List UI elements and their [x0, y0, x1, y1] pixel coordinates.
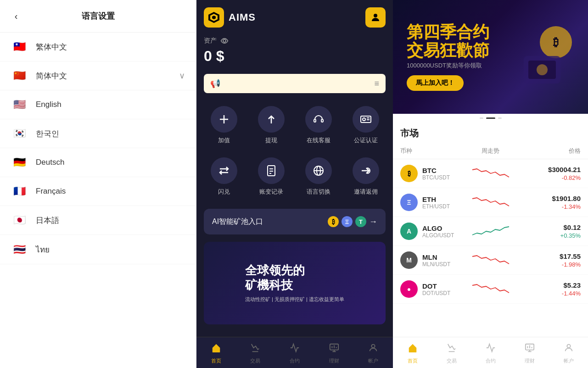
- middle-nav-account[interactable]: 帐户: [353, 341, 393, 366]
- coin-change-btc: -0.82%: [521, 174, 581, 181]
- right-nav-trade[interactable]: 交易: [432, 341, 471, 366]
- flag-en: 🇺🇸: [11, 99, 28, 111]
- announcement-bar[interactable]: 📢 ≡: [204, 74, 386, 93]
- coin-price-eth: $1901.80: [521, 195, 581, 202]
- action-flash[interactable]: 闪兑: [200, 154, 247, 200]
- coin-symbol-mln: MLN: [422, 253, 450, 261]
- market-row-mln[interactable]: M MLN MLN/USDT $17.55 -1.98%: [393, 246, 588, 275]
- coin-change-dot: -1.44%: [521, 290, 581, 297]
- market-row-algo[interactable]: A ALGO ALGO/USDT $0.12 +0.35%: [393, 217, 588, 246]
- market-table-header: 币种 周走势 价格: [393, 143, 588, 159]
- middle-nav-finance[interactable]: 理财: [314, 341, 354, 366]
- lang-item-ja[interactable]: 🇯🇵 日本語: [0, 206, 196, 235]
- svg-point-33: [537, 64, 548, 75]
- promo-text-line1: 全球领先的: [245, 263, 344, 278]
- action-label-kyc: 公证认证: [354, 136, 378, 145]
- coin-info-dot: ● DOT DOT/USDT: [400, 280, 460, 298]
- mining-text: AI智能矿池入口: [212, 217, 263, 227]
- svg-point-3: [374, 14, 377, 17]
- coin-price-col-dot: $5.23 -1.44%: [521, 281, 581, 297]
- dot-3: [498, 117, 502, 119]
- right-nav-contract[interactable]: 合约: [471, 341, 510, 366]
- action-withdraw[interactable]: 提现: [247, 102, 295, 148]
- sparkline-mln: [460, 252, 521, 268]
- right-nav-label-trade: 交易: [447, 357, 457, 364]
- right-nav-finance[interactable]: 理财: [510, 341, 549, 366]
- coin-symbol-btc: BTC: [422, 167, 450, 174]
- lang-item-en[interactable]: 🇺🇸 English: [0, 90, 196, 119]
- right-nav-icon-account: [564, 343, 574, 356]
- nav-icon-account: [368, 343, 378, 356]
- action-label-flash: 闪兑: [218, 188, 230, 196]
- sparkline-btc: [460, 165, 521, 182]
- market-row-eth[interactable]: Ξ ETH ETH/USDT $1901.80 -1.34%: [393, 188, 588, 217]
- action-kyc[interactable]: 公证认证: [342, 102, 389, 148]
- market-title: 市场: [393, 121, 588, 143]
- lang-settings-title: 语言设置: [82, 11, 115, 22]
- usdt-badge: T: [355, 216, 366, 227]
- coin-change-mln: -1.98%: [521, 261, 581, 268]
- lang-item-cn[interactable]: 🇨🇳 简体中文 ∨: [0, 61, 196, 90]
- lang-item-tw[interactable]: 🇹🇼 繁体中文: [0, 33, 196, 61]
- action-icon-deposit: [211, 106, 237, 133]
- right-nav-account[interactable]: 帐户: [549, 341, 588, 366]
- action-label-invite: 邀请返佣: [354, 188, 378, 196]
- flag-ko: 🇰🇷: [11, 128, 28, 139]
- promo-top-banner: 第四季合约 交易狂歡節 1000000USDT奖励等你领取 馬上加入吧！ ₿: [393, 0, 588, 114]
- sparkline-eth: [460, 194, 521, 211]
- action-records[interactable]: 账变记录: [247, 154, 295, 200]
- coin-info-algo: A ALGO ALGO/USDT: [400, 223, 460, 240]
- lang-name-fr: Français: [36, 187, 66, 196]
- action-icon-records: [258, 157, 285, 184]
- action-label-language: 语言切换: [307, 188, 330, 196]
- action-language[interactable]: 语言切换: [295, 154, 342, 200]
- sparkline-dot: [460, 281, 521, 297]
- svg-point-4: [223, 39, 226, 42]
- flag-tw: 🇹🇼: [11, 41, 28, 53]
- market-row-btc[interactable]: ₿ BTC BTC/USDT $30004.21 -0.82%: [393, 159, 588, 188]
- assets-label: 资产: [204, 37, 386, 45]
- right-nav-icon-home: [408, 343, 418, 356]
- coin-info-mln: M MLN MLN/USDT: [400, 251, 460, 269]
- middle-nav-trade[interactable]: 交易: [236, 341, 275, 366]
- nav-icon-contract: [290, 343, 300, 356]
- lang-item-ko[interactable]: 🇰🇷 한국인: [0, 119, 196, 148]
- promo-text-line2: 矿機科技: [245, 278, 344, 292]
- back-button[interactable]: ‹: [9, 9, 23, 23]
- lang-item-fr[interactable]: 🇫🇷 Français: [0, 177, 196, 206]
- right-nav-label-home: 首页: [408, 357, 418, 364]
- promo-reward-text: 1000000USDT奖励等你领取: [407, 61, 489, 70]
- nav-label-contract: 合约: [290, 357, 300, 364]
- btc-badge: ₿: [328, 216, 339, 227]
- coin-names-eth: ETH ETH/USDT: [422, 195, 450, 210]
- action-invite[interactable]: 邀请返佣: [342, 154, 389, 200]
- coin-change-algo: +0.35%: [521, 232, 581, 239]
- middle-nav-contract[interactable]: 合约: [275, 341, 314, 366]
- mining-banner[interactable]: AI智能矿池入口 ₿ Ξ T →: [204, 209, 386, 234]
- lang-item-th[interactable]: 🇹🇭 ไทย: [0, 235, 196, 264]
- coin-symbol-algo: ALGO: [422, 224, 454, 232]
- action-icon-kyc: [353, 106, 379, 133]
- profile-button[interactable]: [365, 7, 386, 28]
- coin-pair-eth: ETH/USDT: [422, 203, 450, 210]
- svg-text:₿: ₿: [553, 36, 559, 48]
- dot-2-active: [486, 117, 495, 119]
- market-row-dot[interactable]: ● DOT DOT/USDT $5.23 -1.44%: [393, 275, 588, 304]
- nav-icon-home: [211, 343, 221, 356]
- promo-title-line1: 第四季合约: [407, 23, 489, 41]
- lang-item-de[interactable]: 🇩🇪 Deutsch: [0, 148, 196, 177]
- coin-symbol-dot: DOT: [422, 282, 450, 290]
- action-deposit[interactable]: 加值: [200, 102, 247, 148]
- coin-info-btc: ₿ BTC BTC/USDT: [400, 165, 460, 182]
- lang-header: ‹ 语言设置: [0, 0, 196, 33]
- nav-icon-finance: [329, 343, 339, 356]
- nav-label-account: 帐户: [368, 357, 378, 364]
- middle-nav-home[interactable]: 首页: [196, 341, 236, 366]
- nav-label-trade: 交易: [250, 357, 260, 364]
- main-app-panel: AIMS 资产 0 $ 📢 ≡ 加值 提现 在线客服 公证认证: [196, 0, 393, 368]
- promo-cta-button[interactable]: 馬上加入吧！: [407, 75, 464, 91]
- flag-cn: 🇨🇳: [11, 70, 28, 82]
- action-support[interactable]: 在线客服: [295, 102, 342, 148]
- market-panel: 第四季合约 交易狂歡節 1000000USDT奖励等你领取 馬上加入吧！ ₿ 市…: [393, 0, 588, 368]
- right-nav-home[interactable]: 首页: [393, 341, 432, 366]
